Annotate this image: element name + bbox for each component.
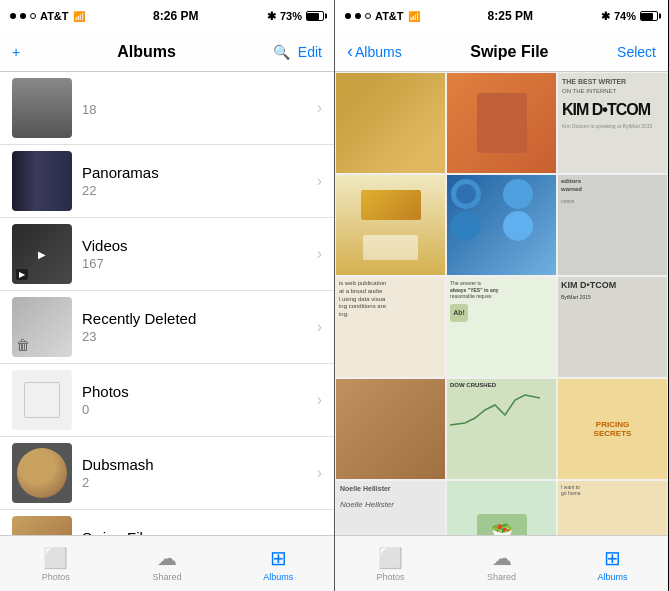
dubsmash-thumb-image [17, 448, 67, 498]
grid-item[interactable] [447, 175, 556, 275]
shared-tab-label-right: Shared [487, 572, 516, 582]
tab-albums-left[interactable]: ⊞ Albums [223, 546, 334, 582]
album-count: 2 [82, 475, 307, 490]
album-name: Panoramas [82, 164, 307, 181]
battery-label-right: 74% [614, 10, 636, 22]
chevron-icon: › [317, 464, 322, 482]
albums-tab-icon: ⊞ [270, 546, 287, 570]
nav-bar-right: ‹ Albums Swipe File Select [335, 32, 668, 72]
tab-photos-right[interactable]: ⬜ Photos [335, 546, 446, 582]
shared-tab-label: Shared [152, 572, 181, 582]
chevron-icon: › [317, 318, 322, 336]
grid-item[interactable] [336, 73, 445, 173]
grid-item[interactable] [447, 73, 556, 173]
time-label: 8:26 PM [153, 9, 198, 23]
album-info: Videos 167 [72, 237, 317, 271]
album-count: 18 [82, 102, 307, 117]
status-right-right: ✱ 74% [601, 10, 658, 23]
wifi-icon-right: 📶 [408, 11, 420, 22]
back-button[interactable]: ‹ Albums [347, 41, 402, 62]
albums-title: Albums [117, 43, 176, 61]
video-icon: ▶ [38, 249, 46, 260]
chevron-icon: › [317, 245, 322, 263]
status-right: ✱ 73% [267, 10, 324, 23]
status-left: AT&T 📶 [10, 10, 85, 22]
album-count: 0 [82, 402, 307, 417]
status-bar-right: AT&T 📶 8:25 PM ✱ 74% [335, 0, 668, 32]
edit-button[interactable]: Edit [298, 44, 322, 60]
grid-item[interactable]: THE BEST WRITER ON THE INTERNET KIM D•TC… [558, 73, 667, 173]
album-list: 18 › Panoramas 22 › ▶ ▶ Videos [0, 72, 334, 535]
album-thumb [12, 370, 72, 430]
shared-tab-icon: ☁ [157, 546, 177, 570]
tab-shared[interactable]: ☁ Shared [111, 546, 222, 582]
photos-tab-label-right: Photos [376, 572, 404, 582]
photos-frame-icon [24, 382, 60, 418]
album-info: Recently Deleted 23 [72, 310, 317, 344]
trash-icon: 🗑 [16, 337, 30, 353]
list-item[interactable]: 18 › [0, 72, 334, 145]
grid-item[interactable]: The answer is always "YES" to any reason… [447, 277, 556, 377]
grid-item[interactable]: PRICINGSECRETS [558, 379, 667, 479]
add-album-button[interactable]: + [12, 44, 20, 60]
list-item[interactable]: 🗑 Recently Deleted 23 › [0, 291, 334, 364]
grid-item[interactable]: KIM D•TCOM BytMart 2015 [558, 277, 667, 377]
back-arrow-icon: ‹ [347, 41, 353, 62]
album-name: Swipe File [82, 529, 307, 535]
wifi-icon: 📶 [73, 11, 85, 22]
carrier-label: AT&T [40, 10, 69, 22]
album-count: 22 [82, 183, 307, 198]
grid-item[interactable] [336, 379, 445, 479]
battery-icon-right [640, 11, 658, 21]
album-thumb [12, 516, 72, 535]
album-info: Panoramas 22 [72, 164, 317, 198]
albums-tab-icon-right: ⊞ [604, 546, 621, 570]
carrier-label-right: AT&T [375, 10, 404, 22]
album-thumb [12, 443, 72, 503]
select-button[interactable]: Select [617, 44, 656, 60]
tab-albums-right[interactable]: ⊞ Albums [557, 546, 668, 582]
tab-photos[interactable]: ⬜ Photos [0, 546, 111, 582]
right-phone: AT&T 📶 8:25 PM ✱ 74% ‹ Albums Swipe File… [334, 0, 668, 591]
nav-right-buttons: 🔍 Edit [273, 44, 322, 60]
list-item[interactable]: Photos 0 › [0, 364, 334, 437]
tab-bar-right: ⬜ Photos ☁ Shared ⊞ Albums [335, 535, 668, 591]
nav-bar-left: + Albums 🔍 Edit [0, 32, 334, 72]
back-label: Albums [355, 44, 402, 60]
album-name: Recently Deleted [82, 310, 307, 327]
tab-shared-right[interactable]: ☁ Shared [446, 546, 557, 582]
list-item[interactable]: ▶ ▶ Videos 167 › [0, 218, 334, 291]
left-phone: AT&T 📶 8:26 PM ✱ 73% + Albums 🔍 Edit [0, 0, 334, 591]
grid-item[interactable]: 🥗 [447, 481, 556, 535]
albums-tab-label: Albums [263, 572, 293, 582]
album-name: Videos [82, 237, 307, 254]
album-count: 167 [82, 256, 307, 271]
shared-tab-icon-right: ☁ [492, 546, 512, 570]
grid-item[interactable]: Noelle Hellister Noelle Hellister [336, 481, 445, 535]
album-info: Dubsmash 2 [72, 456, 317, 490]
album-count: 23 [82, 329, 307, 344]
grid-item[interactable]: DOW CRUSHED [447, 379, 556, 479]
album-name: Dubsmash [82, 456, 307, 473]
list-item[interactable]: Panoramas 22 › [0, 145, 334, 218]
list-item[interactable]: ▶ Swipe File 27 › [0, 510, 334, 535]
album-thumb: ▶ ▶ [12, 224, 72, 284]
photos-tab-icon: ⬜ [43, 546, 68, 570]
tab-bar-left: ⬜ Photos ☁ Shared ⊞ Albums [0, 535, 334, 591]
bluetooth-icon: ✱ [267, 10, 276, 23]
grid-item[interactable]: I want to go home [558, 481, 667, 535]
photos-tab-icon-right: ⬜ [378, 546, 403, 570]
bluetooth-icon-right: ✱ [601, 10, 610, 23]
list-item[interactable]: Dubsmash 2 › [0, 437, 334, 510]
chevron-icon: › [317, 99, 322, 117]
status-left-right: AT&T 📶 [345, 10, 420, 22]
status-bar-left: AT&T 📶 8:26 PM ✱ 73% [0, 0, 334, 32]
grid-item[interactable] [336, 175, 445, 275]
grid-item[interactable]: editors warned notice [558, 175, 667, 275]
signal-dot-1 [10, 13, 16, 19]
albums-tab-label-right: Albums [597, 572, 627, 582]
album-info: Photos 0 [72, 383, 317, 417]
search-button[interactable]: 🔍 [273, 44, 290, 60]
grid-item[interactable]: is web publication at a broad audie l us… [336, 277, 445, 377]
video-badge-icon: ▶ [16, 269, 28, 280]
